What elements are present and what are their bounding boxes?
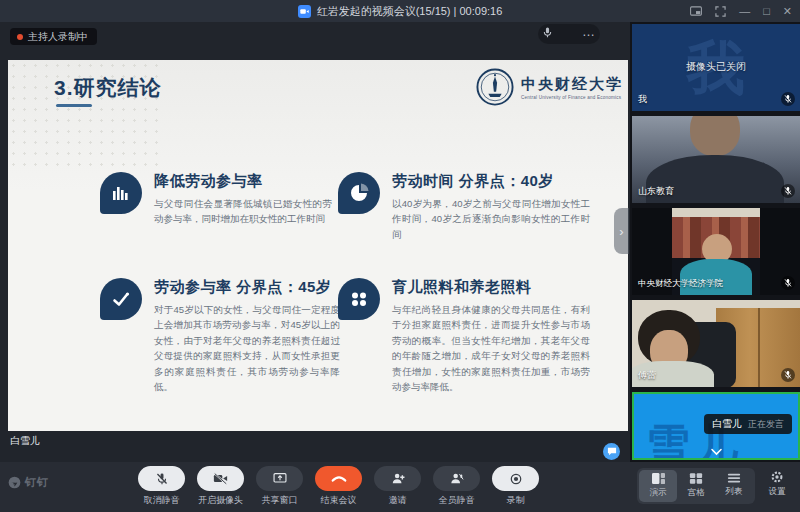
chevron-right-icon[interactable]: ›: [614, 208, 629, 254]
host-recording-badge: 主持人录制中: [10, 28, 97, 45]
university-emblem-icon: [476, 68, 514, 106]
gear-icon: [770, 470, 784, 484]
shared-slide: 3.研究结论 中央财经大学 Central University of Fina…: [8, 60, 628, 431]
chevron-down-icon: [710, 442, 723, 460]
dingtalk-logo: 钉钉: [8, 475, 49, 490]
pie-chart-icon: [338, 172, 380, 214]
participant-name: 我: [638, 93, 647, 106]
block-body: 与年纪尚轻且身体健康的父母共同居住，有利于分担家庭照料责任，进而提升女性参与市场…: [392, 302, 590, 394]
mic-muted-icon: [781, 368, 795, 382]
block-heading: 劳动参与率 分界点：45岁: [154, 278, 340, 297]
participant-tile[interactable]: 傅蕾: [632, 300, 800, 387]
chat-bubble-icon[interactable]: [603, 443, 620, 460]
participant-name: 傅蕾: [638, 369, 656, 382]
view-switcher: 演示 宫格 列表: [637, 468, 755, 504]
dingtalk-logo-icon: [8, 476, 21, 489]
camera-off-text: 摄像头已关闭: [632, 60, 800, 74]
mic-muted-icon: [781, 184, 795, 198]
minimize-icon[interactable]: —: [739, 6, 750, 17]
mic-muted-icon: [781, 92, 795, 106]
slide-title-underline: [56, 104, 92, 107]
settings-button[interactable]: 设置: [760, 470, 794, 498]
participant-name: 中央财经大学经济学院: [638, 278, 723, 290]
participant-tile[interactable]: 中央财经大学经济学院: [632, 208, 800, 295]
slide-block-labor-participation: 降低劳动参与率 与父母同住会显著降低城镇已婚女性的劳动参与率，同时增加在职女性的…: [100, 172, 332, 227]
host-badge-label: 主持人录制中: [28, 30, 88, 44]
slide-block-work-hours: 劳动时间 分界点：40岁 以40岁为界，40岁之前与父母同住增加女性工作时间，4…: [338, 172, 590, 242]
speaking-badge: 白雪儿 正在发言: [704, 414, 792, 434]
pip-icon[interactable]: [690, 6, 702, 16]
more-icon[interactable]: …: [582, 28, 596, 41]
presenter-name: 白雪儿: [10, 434, 40, 448]
participant-tile[interactable]: 山东教育: [632, 116, 800, 203]
dingtalk-logo-text: 钉钉: [25, 475, 49, 490]
close-icon[interactable]: ✕: [783, 6, 792, 17]
camera-on-button[interactable]: 开启摄像头: [191, 466, 250, 507]
list-view-icon: [727, 472, 741, 484]
end-call-icon[interactable]: [315, 466, 362, 491]
university-logo: 中央财经大学 Central University of Finance and…: [476, 68, 623, 106]
titlebar: 红岩发起的视频会议(15/15) | 00:09:16 — □ ✕: [0, 0, 800, 22]
record-button[interactable]: 录制: [486, 466, 545, 507]
participant-tile-speaking[interactable]: 雪儿 白雪儿 正在发言: [632, 392, 800, 460]
block-body: 对于45岁以下的女性，与父母同住一定程度上会增加其市场劳动参与率，对45岁以上的…: [154, 302, 340, 394]
four-dots-icon: [338, 278, 380, 320]
stage-controls: …: [538, 24, 600, 44]
slide-block-participation-threshold: 劳动参与率 分界点：45岁 对于45岁以下的女性，与父母同住一定程度上会增加其市…: [100, 278, 340, 394]
unmute-button[interactable]: 取消静音: [132, 466, 191, 507]
window-title: 红岩发起的视频会议(15/15) | 00:09:16: [317, 4, 503, 19]
check-line-icon: [100, 278, 142, 320]
share-window-button[interactable]: 共享窗口: [250, 466, 309, 507]
grid-view-icon: [689, 472, 703, 485]
view-presentation-button[interactable]: 演示: [639, 470, 677, 502]
stage: 主持人录制中 … 3.研究结论 中央财经大学: [0, 22, 630, 462]
invite-icon[interactable]: [374, 466, 421, 491]
bar-chart-icon: [100, 172, 142, 214]
maximize-icon[interactable]: □: [763, 6, 770, 17]
slide-title: 3.研究结论: [54, 74, 162, 102]
university-name-en: Central University of Finance and Econom…: [521, 95, 623, 100]
block-body: 以40岁为界，40岁之前与父母同住增加女性工作时间，40岁之后逐渐负向影响女性的…: [392, 196, 590, 242]
recording-dot-icon: [17, 34, 23, 40]
mute-all-icon[interactable]: [433, 466, 480, 491]
mic-muted-icon: [781, 276, 795, 290]
slide-block-childcare-eldercare: 育儿照料和养老照料 与年纪尚轻且身体健康的父母共同居住，有利于分担家庭照料责任，…: [338, 278, 590, 394]
mic-icon[interactable]: [542, 25, 553, 43]
window-title-group: 红岩发起的视频会议(15/15) | 00:09:16: [298, 4, 503, 19]
camera-off-icon[interactable]: [197, 466, 244, 491]
participant-name: 白雪儿: [712, 417, 742, 431]
speaking-status: 正在发言: [748, 418, 784, 431]
participant-name: 山东教育: [638, 185, 674, 198]
participants-sidebar: 我 摄像头已关闭 我 山东教育 中央财经大学经济学院: [630, 22, 800, 462]
participant-tile-me[interactable]: 我 摄像头已关闭 我: [632, 24, 800, 111]
mute-all-button[interactable]: 全员静音: [427, 466, 486, 507]
record-icon[interactable]: [492, 466, 539, 491]
block-heading: 育儿照料和养老照料: [392, 278, 590, 297]
meeting-window: 红岩发起的视频会议(15/15) | 00:09:16 — □ ✕ 主持人录制中…: [0, 0, 800, 512]
university-name-cn: 中央财经大学: [521, 75, 623, 94]
view-grid-button[interactable]: 宫格: [677, 470, 715, 502]
share-screen-icon[interactable]: [256, 466, 303, 491]
video-camera-icon: [298, 5, 311, 18]
view-list-button[interactable]: 列表: [715, 470, 753, 502]
end-meeting-button[interactable]: 结束会议: [309, 466, 368, 507]
mic-off-icon[interactable]: [138, 466, 185, 491]
block-body: 与父母同住会显著降低城镇已婚女性的劳动参与率，同时增加在职女性的工作时间: [154, 196, 332, 227]
toolbar: 钉钉 取消静音 开启摄像头 共享窗口: [0, 462, 800, 512]
invite-button[interactable]: 邀请: [368, 466, 427, 507]
block-heading: 劳动时间 分界点：40岁: [392, 172, 590, 191]
presentation-view-icon: [651, 472, 666, 485]
block-heading: 降低劳动参与率: [154, 172, 332, 191]
fullscreen-icon[interactable]: [715, 6, 726, 17]
